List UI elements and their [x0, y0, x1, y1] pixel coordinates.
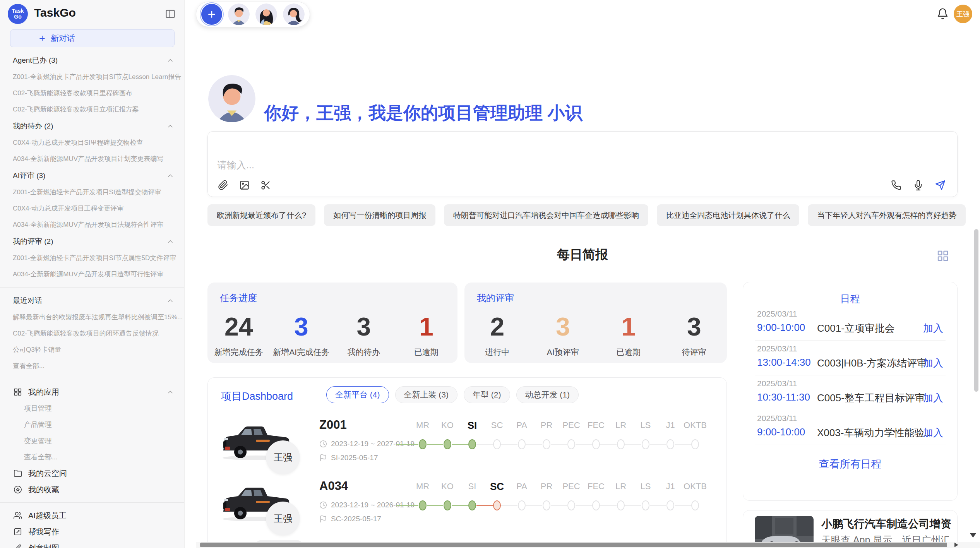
- attachment-icon[interactable]: [218, 180, 228, 190]
- sidebar-section-header[interactable]: Agent已办 (3): [0, 52, 184, 69]
- sidebar-item-people[interactable]: AI超级员工: [0, 507, 184, 524]
- project-row: 王强A0342023-12-19 ~ 2026-01-19SC-2025-05-…: [208, 478, 726, 542]
- sidebar-item[interactable]: C0X4-动力总成开发项目SI里程碑提交物检查: [0, 135, 184, 151]
- collapse-sidebar-icon[interactable]: [165, 9, 176, 19]
- sidebar-item[interactable]: C0X4-动力总成开发项目工程变更评审: [0, 200, 184, 217]
- daily-brief-title: 每日简报: [207, 246, 958, 264]
- sidebar-item-write[interactable]: 帮我写作: [0, 524, 184, 540]
- sidebar-item[interactable]: Z001-全新燃油皮卡产品开发项目SI节点Lesson Learn报告: [0, 69, 184, 85]
- agent-avatar[interactable]: [283, 3, 305, 25]
- logo-line-bottom: Go: [14, 14, 21, 20]
- notification-bell-icon[interactable]: [937, 8, 949, 20]
- sidebar-item[interactable]: C02-飞腾新能源轻客改款项目里程碑画布: [0, 85, 184, 101]
- sidebar-item-my-apps[interactable]: 我的应用: [0, 384, 184, 400]
- sidebar-item-folder[interactable]: 我的云空间: [0, 465, 184, 481]
- chat-input-box[interactable]: [207, 131, 958, 197]
- stat: 24新增完成任务: [207, 313, 270, 358]
- milestone-line: [675, 505, 691, 506]
- milestone-dot[interactable]: [592, 439, 600, 449]
- suggestion-chip[interactable]: 当下年轻人对汽车外观有怎样的喜好趋势: [808, 204, 966, 226]
- milestone-dot[interactable]: [592, 500, 600, 510]
- scissors-icon[interactable]: [260, 180, 271, 190]
- sidebar-item[interactable]: Z001-全新燃油轻卡产品开发项目SI造型提交物评审: [0, 184, 184, 200]
- milestone-dot[interactable]: [567, 500, 575, 510]
- milestone-dot[interactable]: [617, 500, 625, 510]
- image-upload-icon[interactable]: [239, 180, 250, 190]
- milestone-dot[interactable]: [691, 500, 699, 510]
- milestone-dot[interactable]: [543, 439, 550, 449]
- milestone-dot[interactable]: [543, 500, 550, 510]
- suggestion-chip[interactable]: 比亚迪全固态电池计划具体说了什么: [657, 204, 799, 226]
- suggestion-chip[interactable]: 特朗普可能对进口汽车增税会对中国车企造成哪些影响: [444, 204, 648, 226]
- milestone-dot[interactable]: [444, 439, 451, 449]
- app-link[interactable]: 项目管理: [0, 400, 184, 416]
- stat-row: 2进行中3AI预评审1已逾期3待评审: [464, 313, 727, 358]
- milestone-label: SC: [485, 419, 509, 432]
- milestone-dot[interactable]: [666, 439, 674, 449]
- chat-input[interactable]: [216, 155, 798, 175]
- project-name[interactable]: A034: [319, 479, 348, 493]
- recent-chat-item[interactable]: C02-飞腾新能源轻客改款项目的闭环通告反馈情况: [0, 325, 184, 342]
- milestone-dot[interactable]: [617, 439, 625, 449]
- view-all-schedule-link[interactable]: 查看所有日程: [743, 457, 957, 471]
- milestone-dot[interactable]: [567, 439, 575, 449]
- view-all-recent-link[interactable]: 查看全部...: [0, 358, 184, 374]
- send-icon[interactable]: [935, 180, 946, 190]
- layout-grid-icon[interactable]: [937, 250, 949, 262]
- sidebar-section-header[interactable]: 我的待办 (2): [0, 118, 184, 135]
- dashboard-tab[interactable]: 全新上装 (3): [395, 386, 458, 403]
- scroll-right-arrow[interactable]: [954, 543, 958, 547]
- project-name[interactable]: Z001: [319, 418, 347, 432]
- dashboard-tab[interactable]: 动总开发 (1): [516, 386, 579, 403]
- milestone-dot[interactable]: [642, 500, 649, 510]
- sidebar-item[interactable]: A034-全新新能源MUV产品开发项目计划变更表编写: [0, 151, 184, 167]
- app-link[interactable]: 变更管理: [0, 433, 184, 449]
- milestone-dot[interactable]: [468, 439, 476, 449]
- sidebar-item-quill[interactable]: 创意制图: [0, 540, 184, 548]
- dashboard-tab[interactable]: 年型 (2): [464, 386, 510, 403]
- milestone-dot[interactable]: [468, 500, 476, 510]
- view-all-apps-link[interactable]: 查看全部...: [0, 449, 184, 465]
- suggestion-chip[interactable]: 如何写一份清晰的项目周报: [324, 204, 435, 226]
- recent-chat-item[interactable]: 公司Q3轻卡销量: [0, 342, 184, 358]
- milestone-dot[interactable]: [419, 500, 427, 510]
- agent-avatar[interactable]: [255, 3, 277, 25]
- join-meeting-link[interactable]: 加入: [923, 322, 943, 335]
- milestone-dot[interactable]: [493, 500, 501, 510]
- join-meeting-link[interactable]: 加入: [923, 356, 943, 370]
- milestone-label: J1: [658, 419, 683, 432]
- app-link[interactable]: 产品管理: [0, 416, 184, 433]
- sidebar-item-star[interactable]: 我的收藏: [0, 481, 184, 498]
- sidebar-item[interactable]: A034-全新新能源MUV产品开发项目造型可行性评审: [0, 266, 184, 283]
- dashboard-tab[interactable]: 全新平台 (4): [326, 386, 389, 403]
- milestone-dot[interactable]: [518, 500, 526, 510]
- join-meeting-link[interactable]: 加入: [923, 426, 943, 440]
- voice-call-icon[interactable]: [891, 180, 901, 190]
- milestone-dot[interactable]: [666, 500, 674, 510]
- recent-chat-item[interactable]: 解释最新出台的欧盟报废车法规再生塑料比例被调至15%...: [0, 309, 184, 325]
- chevron-up-icon: [166, 238, 174, 245]
- vertical-scrollbar-thumb[interactable]: [974, 229, 978, 392]
- scroll-down-arrow[interactable]: [970, 533, 976, 538]
- milestone-dot[interactable]: [642, 439, 649, 449]
- milestone-dot[interactable]: [518, 439, 526, 449]
- sidebar-section-header[interactable]: AI评审 (3): [0, 167, 184, 184]
- sidebar-recent-header[interactable]: 最近对话: [0, 292, 184, 309]
- sidebar-item[interactable]: A034-全新新能源MUV产品开发项目法规符合性评审: [0, 217, 184, 233]
- new-chat-button[interactable]: 新对话: [10, 29, 175, 47]
- milestone-dot[interactable]: [444, 500, 451, 510]
- add-agent-button[interactable]: [201, 4, 222, 25]
- sidebar-item[interactable]: C02-飞腾新能源轻客改款项目立项汇报方案: [0, 101, 184, 118]
- user-avatar[interactable]: 王强: [954, 5, 972, 23]
- microphone-icon[interactable]: [913, 180, 923, 190]
- agent-avatar[interactable]: [228, 3, 250, 25]
- schedule-separator: [755, 410, 946, 410]
- milestone-dot[interactable]: [691, 439, 699, 449]
- milestone-dot[interactable]: [493, 439, 501, 449]
- sidebar-item[interactable]: Z001-全新燃油轻卡产品开发项目SI节点属性5D文件评审: [0, 250, 184, 266]
- milestone-dot[interactable]: [419, 439, 427, 449]
- sidebar-section-header[interactable]: 我的评审 (2): [0, 233, 184, 250]
- horizontal-scrollbar-thumb[interactable]: [200, 543, 947, 547]
- join-meeting-link[interactable]: 加入: [923, 391, 943, 405]
- suggestion-chip[interactable]: 欧洲新规最近颁布了什么?: [207, 204, 315, 226]
